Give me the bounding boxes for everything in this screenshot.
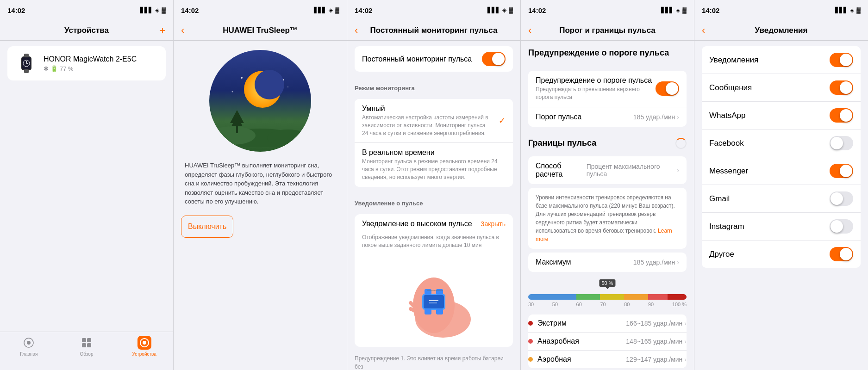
back-button-4[interactable]: ‹: [528, 25, 531, 37]
wifi-icon: ◈: [155, 7, 159, 13]
app-gmail-toggle[interactable]: [830, 191, 853, 206]
boundaries-title: Границы пульса: [528, 138, 596, 148]
threshold-toggle-sub: Предупреждать о превышении верхнего поро…: [536, 86, 656, 101]
app-notifications-toggle[interactable]: [830, 53, 853, 67]
svg-point-18: [232, 91, 233, 92]
app-notifications-row[interactable]: Уведомления: [702, 46, 861, 74]
smart-option-content: Умный Автоматическая настройка частоты и…: [362, 105, 499, 137]
max-value-text: 185 удар./мин: [633, 259, 675, 266]
chevron-aerobic: ›: [684, 356, 687, 363]
percent-marker: 50 %: [599, 279, 615, 289]
app-other-toggle[interactable]: [830, 247, 853, 261]
disable-button[interactable]: Выключить: [181, 216, 233, 238]
threshold-toggle-content: Предупреждение о пороге пульса Предупреж…: [536, 76, 656, 101]
app-whatsapp-row[interactable]: WhatsApp: [702, 102, 861, 130]
signal-icon-4: ▋▋▋: [661, 7, 674, 13]
app-messenger-row[interactable]: Messenger: [702, 157, 861, 185]
app-messages-row[interactable]: Сообщения: [702, 74, 861, 102]
pulse-threshold-number: 185 удар./мин: [633, 113, 675, 121]
battery-icon-5: ▓: [856, 7, 861, 13]
battery-icon-3: ▓: [509, 7, 513, 13]
bluetooth-icon: ✱: [44, 65, 49, 72]
chevron-icon-3: ›: [677, 259, 679, 266]
toggle-thumb-4: [666, 82, 678, 95]
svg-point-17: [287, 86, 288, 87]
trusleep-content: HUAWEI TruSleep™ выполняет мониторинг сн…: [174, 41, 347, 370]
add-device-button[interactable]: +: [159, 24, 166, 37]
percent-arrow: [605, 287, 610, 289]
bar-label-100: 100 %: [672, 302, 687, 307]
zone-aerobic-range-text: 129~147 удар./мин: [626, 356, 682, 363]
moon-illustration-svg: [214, 55, 306, 147]
svg-point-15: [241, 77, 243, 79]
app-instagram-row[interactable]: Instagram: [702, 213, 861, 240]
back-button-3[interactable]: ‹: [355, 25, 358, 37]
loading-spinner: [675, 138, 687, 149]
close-notification-button[interactable]: Закрыть: [481, 220, 506, 228]
toggle-thumb: [492, 53, 505, 65]
svg-rect-10: [87, 338, 91, 342]
threshold-toggle[interactable]: [656, 81, 679, 96]
toggle-thumb-notif-5: [831, 192, 843, 205]
app-notifications-name: Уведомления: [709, 56, 758, 65]
battery-status-icon: 🔋: [50, 65, 58, 72]
app-gmail-row[interactable]: Gmail: [702, 185, 861, 213]
monitoring-options-group: Умный Автоматическая настройка частоты и…: [355, 99, 513, 187]
app-messages-toggle[interactable]: [830, 80, 853, 95]
back-button-2[interactable]: ‹: [181, 25, 184, 37]
svg-text:——•——: ——•——: [427, 288, 443, 292]
bar-label-70: 70: [600, 302, 606, 307]
monitoring-toggle[interactable]: [482, 52, 506, 66]
thresholds-content: Предупреждение о пороге пульса Предупреж…: [521, 41, 694, 370]
tab-devices[interactable]: Устройства: [115, 336, 173, 357]
nav-title-4: Порог и границы пульса: [559, 26, 656, 35]
chevron-icon-1: ›: [677, 113, 679, 121]
wifi-icon-2: ◈: [329, 7, 333, 13]
toggle-thumb-notif-0: [840, 54, 852, 66]
app-whatsapp-toggle[interactable]: [830, 108, 853, 123]
tab-home[interactable]: Главная: [0, 336, 58, 357]
max-label: Максимум: [536, 258, 571, 266]
status-bar-2: 14:02 ▋▋▋ ◈ ▓: [174, 0, 347, 20]
panel-notifications: 14:02 ▋▋▋ ◈ ▓ ‹ Уведомления Уведомления …: [694, 0, 868, 370]
nav-title-3: Постоянный мониторинг пульса: [370, 26, 498, 35]
monitoring-realtime-option[interactable]: В реальном времени Мониторинг пульса в р…: [355, 143, 513, 186]
bar-label-80: 80: [624, 302, 630, 307]
device-item[interactable]: HONOR MagicWatch 2-E5C ✱ 🔋 77 %: [7, 46, 166, 80]
calculation-method-row[interactable]: Способ расчета Процент максимального пул…: [528, 156, 687, 184]
app-messenger-toggle[interactable]: [830, 164, 853, 178]
back-button-5[interactable]: ‹: [702, 25, 705, 37]
device-info: HONOR MagicWatch 2-E5C ✱ 🔋 77 %: [44, 55, 158, 72]
signal-icon-5: ▋▋▋: [835, 7, 848, 13]
zone-extreme-label: Экстрим: [528, 319, 567, 327]
app-other-row[interactable]: Другое: [702, 240, 861, 268]
zone-blue: [528, 294, 576, 300]
app-facebook-toggle[interactable]: [830, 136, 853, 150]
smart-option-desc: Автоматическая настройка частоты измерен…: [362, 114, 493, 137]
tab-overview[interactable]: Обзор: [58, 336, 116, 357]
zone-anaerobic-row[interactable]: Анаэробная 148~165 удар./мин ›: [528, 333, 687, 351]
max-row[interactable]: Максимум 185 удар./мин ›: [528, 253, 687, 272]
panel-heart-rate: 14:02 ▋▋▋ ◈ ▓ ‹ Постоянный мониторинг пу…: [347, 0, 521, 370]
monitoring-smart-option[interactable]: Умный Автоматическая настройка частоты и…: [355, 99, 513, 143]
bar-label-30: 30: [528, 302, 534, 307]
zone-aerobic-row[interactable]: Аэробная 129~147 удар./мин ›: [528, 351, 687, 368]
wrist-illustration: ——•——: [355, 254, 513, 347]
zone-extreme-row[interactable]: Экстрим 166~185 удар./мин ›: [528, 314, 687, 333]
warning-content: Предупреждение 1. Это влияет на время ра…: [355, 355, 504, 370]
realtime-option-label: В реальном времени: [362, 148, 500, 157]
signal-icon: ▋▋▋: [140, 7, 153, 13]
app-facebook-row[interactable]: Facebook: [702, 130, 861, 157]
signal-icon-3: ▋▋▋: [487, 7, 500, 13]
smart-option-label: Умный: [362, 105, 493, 113]
app-messenger-name: Messenger: [709, 166, 748, 176]
app-gmail-name: Gmail: [709, 194, 730, 204]
svg-point-14: [143, 341, 146, 345]
app-instagram-toggle[interactable]: [830, 219, 853, 234]
monitoring-toggle-cell: Постоянный мониторинг пульса: [355, 46, 513, 72]
pulse-threshold-row[interactable]: Порог пульса 185 удар./мин ›: [528, 107, 687, 127]
zone-red: [648, 294, 667, 300]
zone-dark-red: [668, 294, 687, 300]
bar-labels: 30 50 60 70 80 90 100 %: [528, 302, 687, 307]
home-tab-icon: [22, 336, 36, 350]
